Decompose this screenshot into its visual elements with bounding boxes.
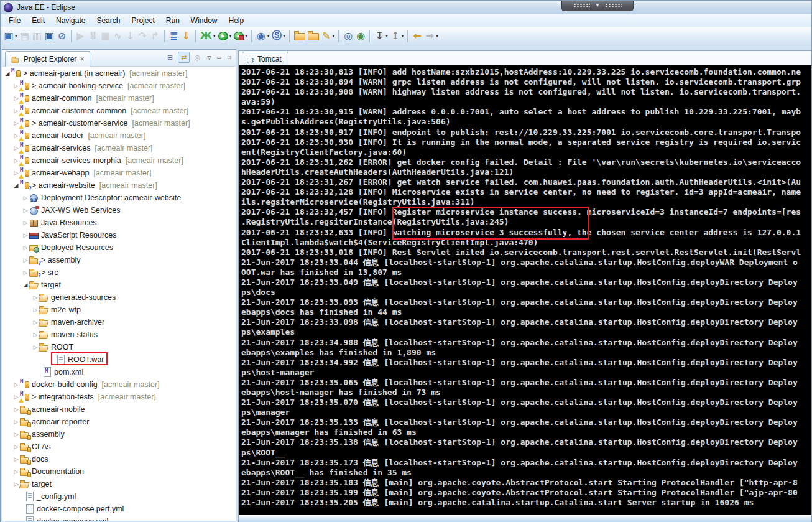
skip-all-breakpoints-button[interactable]: ⊘ (57, 30, 68, 42)
menu-window[interactable]: Window (185, 14, 223, 27)
menu-navigate[interactable]: Navigate (50, 14, 91, 27)
tree-item-assembly[interactable]: ▷?> assembly (2, 254, 236, 266)
tree-item-acmeair-services[interactable]: ▷acmeair-services[acmeair master] (2, 142, 236, 154)
collapsed-arrow-icon[interactable]: ▷ (22, 245, 29, 251)
tree-item-root-war[interactable]: ROOT.war (2, 353, 236, 366)
tree-item-target[interactable]: ▷target (2, 478, 236, 490)
tree-item-integration-tests[interactable]: ▷> integration-tests[acmeair master] (2, 391, 236, 403)
expanded-arrow-icon[interactable]: ◢ (12, 182, 20, 189)
collapsed-arrow-icon[interactable]: ▷ (22, 232, 29, 238)
tree-item-acmeair-common[interactable]: ▷acmeair-common[acmeair master] (2, 92, 236, 105)
link-with-editor-button[interactable]: ⇄ (178, 52, 190, 63)
menu-file[interactable]: File (3, 14, 26, 27)
collapsed-arrow-icon[interactable]: ▷ (22, 269, 29, 276)
tree-item-docker-compose-yml[interactable]: docker-compose.yml (2, 515, 236, 521)
tree-item-assembly[interactable]: ▷assembly (2, 428, 236, 440)
dropdown-arrow-icon[interactable]: ▾ (402, 34, 404, 39)
view-menu-button[interactable]: ▽ (205, 52, 213, 63)
tree-item-acmeair-loader[interactable]: ▷acmeair-loader[acmeair master] (2, 129, 236, 142)
tree-item-acmeair-parent-in-acmeair-[interactable]: ◢> acmeair-parent (in acmeair)[acmeair m… (2, 67, 236, 80)
tree-item-acmeair-customer-service[interactable]: ▷> acmeair-customer-service[acmeair mast… (2, 117, 236, 129)
tree-item-acmeair-reporter[interactable]: ▷acmeair-reporter (2, 416, 236, 428)
expanded-arrow-icon[interactable]: ◢ (22, 282, 29, 288)
collapsed-arrow-icon[interactable]: ▷ (22, 207, 29, 213)
collapsed-arrow-icon[interactable]: ▷ (12, 419, 20, 425)
collapsed-arrow-icon[interactable]: ▷ (22, 195, 29, 201)
resume-button[interactable]: ▶ (75, 30, 86, 42)
forward-button[interactable]: →▾ (424, 30, 439, 42)
debug-button[interactable]: Ж▾ (200, 30, 216, 42)
tree-item-maven-status[interactable]: ▷maven-status (2, 329, 236, 341)
collapsed-arrow-icon[interactable]: ▷ (32, 332, 39, 338)
collapsed-arrow-icon[interactable]: ▷ (12, 444, 20, 450)
collapse-all-button[interactable]: ⊟ (164, 52, 176, 63)
tree-item-generated-sources[interactable]: ▷generated-sources (2, 291, 236, 304)
tree-item-docker-compose-perf-yml[interactable]: docker-compose.perf.yml (2, 503, 236, 515)
tree-item-deployment-descriptor-acmeair-website[interactable]: ▷Deployment Descriptor: acmeair-website (2, 192, 236, 204)
menu-edit[interactable]: Edit (26, 14, 50, 27)
suspend-button[interactable]: Ⅱ (88, 30, 99, 42)
tree-item-pom-xml[interactable]: pom.xml (2, 366, 236, 378)
run-button[interactable]: ▶▾ (218, 31, 233, 41)
save-button[interactable]: ▤ (19, 30, 30, 42)
terminate-button[interactable]: ■ (100, 30, 111, 42)
collapsed-arrow-icon[interactable]: ▷ (32, 307, 39, 313)
new-soap-service-button[interactable]: Ⓢ▾ (271, 30, 286, 42)
dropdown-arrow-icon[interactable]: ▾ (436, 34, 438, 39)
focus-on-active-task-button[interactable]: ◎ (191, 52, 203, 63)
tree-item-target[interactable]: ◢target (2, 279, 236, 291)
console-output[interactable]: 2017-06-21 18:23:30,813 [INFO] add hostN… (239, 65, 811, 515)
tree-item-deployed-resources[interactable]: ▷Deployed Resources (2, 241, 236, 254)
dropdown-arrow-icon[interactable]: ▾ (245, 34, 247, 39)
dropdown-arrow-icon[interactable]: ▾ (385, 34, 388, 39)
console-bottom-scrollbar[interactable] (239, 515, 811, 522)
collapsed-arrow-icon[interactable]: ▷ (12, 468, 20, 475)
collapsed-arrow-icon[interactable]: ▷ (12, 481, 20, 487)
menu-run[interactable]: Run (160, 14, 185, 27)
tab-tomcat-console[interactable]: Tomcat (242, 52, 288, 66)
tree-item--config-yml[interactable]: _config.yml (2, 490, 236, 503)
dropdown-arrow-icon[interactable]: ▾ (267, 34, 270, 39)
dropdown-arrow-icon[interactable]: ▾ (333, 34, 335, 39)
collapsed-arrow-icon[interactable]: ▷ (12, 381, 20, 388)
save-all-button[interactable]: ▥ (32, 30, 43, 42)
tree-item-src[interactable]: ▷?> src (2, 266, 236, 279)
collapsed-arrow-icon[interactable]: ▷ (22, 220, 29, 226)
close-icon[interactable]: ✕ (80, 56, 85, 62)
collapsed-arrow-icon[interactable]: ▷ (12, 406, 20, 412)
tree-item-maven-archiver[interactable]: ▷maven-archiver (2, 316, 236, 329)
dropdown-arrow-icon[interactable]: ▾ (15, 34, 17, 39)
maximize-button[interactable]: □ (225, 52, 233, 63)
expanded-arrow-icon[interactable]: ◢ (4, 70, 11, 77)
coverage-button[interactable]: ▶▾ (233, 31, 248, 41)
collapsed-arrow-icon[interactable]: ▷ (22, 257, 29, 263)
collapsed-arrow-icon[interactable]: ▷ (32, 294, 39, 301)
next-annotation-button[interactable]: ↧▾ (374, 30, 389, 42)
new-web-service-button[interactable]: ◉▾ (256, 30, 270, 42)
tree-item-docs[interactable]: ▷docs (2, 453, 236, 465)
tree-item-documentation[interactable]: ▷Documentation (2, 465, 236, 478)
tree-item-java-resources[interactable]: ▷Java Resources (2, 217, 236, 229)
tree-item-acmeair-website[interactable]: ◢?> acmeair-website[acmeair master] (2, 179, 236, 192)
tree-item-jax-ws-web-services[interactable]: ▷JAX-WS Web Services (2, 204, 236, 217)
collapsed-arrow-icon[interactable]: ▷ (12, 431, 20, 437)
import-folder-button[interactable] (293, 30, 306, 41)
dropdown-arrow-icon[interactable]: ▾ (229, 34, 232, 39)
chevron-down-icon[interactable]: ▼ (595, 3, 600, 8)
dropdown-arrow-icon[interactable]: ▾ (283, 34, 285, 39)
open-folder-button[interactable] (307, 30, 320, 41)
menu-help[interactable]: Help (223, 14, 250, 27)
tree-item-acmeair-booking-service[interactable]: ▷> acmeair-booking-service[acmeair maste… (2, 80, 236, 92)
tree-item-root[interactable]: ▷ROOT (2, 341, 236, 353)
tree-item-acmeair-services-morphia[interactable]: ▷acmeair-services-morphia[acmeair master… (2, 154, 236, 167)
minimize-button[interactable]: ▭ (215, 52, 223, 63)
remote-control-bar[interactable]: ▼ (561, 1, 634, 11)
project-tree[interactable]: ◢> acmeair-parent (in acmeair)[acmeair m… (2, 66, 236, 521)
tree-item-acmeair-webapp[interactable]: ▷acmeair-webapp[acmeair master] (2, 167, 236, 179)
tab-project-explorer[interactable]: Project Explorer ✕ (5, 51, 90, 67)
console-view-button[interactable]: ▣ (44, 30, 55, 42)
new-wizard-button[interactable]: ▣▾ (3, 30, 18, 42)
previous-annotation-button[interactable]: ↥▾ (390, 30, 405, 42)
step-return-button[interactable]: ↱ (150, 30, 161, 42)
tree-item-acmeair-customer-common[interactable]: ▷acmeair-customer-common[acmeair master] (2, 105, 236, 117)
